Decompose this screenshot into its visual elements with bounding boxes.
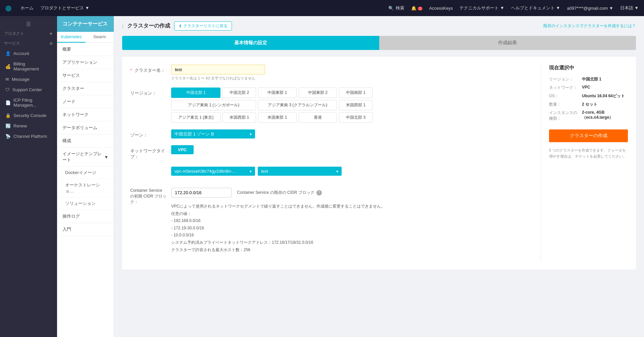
sidebar-item-support[interactable]: 🛡 Support Center [0,85,57,95]
back-label: クラスターリストに戻る [183,23,228,29]
cidr-row: Container Service の初期 CIDR ブロック： Contain… [130,188,533,256]
menu-applications[interactable]: アプリケーション [57,56,114,69]
existing-instance-link[interactable]: 既存のインスタンスでクラスターを作成するには？ [543,23,636,29]
vpc-button[interactable]: VPC [171,145,194,154]
menu-data-volumes[interactable]: データボリューム [57,121,114,134]
back-to-list-button[interactable]: ⬆ クラスターリストに戻る [174,21,232,31]
account-icon: 👤 [5,51,11,56]
region-btn-china-east-1[interactable]: 中国東部 1 [258,88,297,98]
summary-region-key: リージョン： [549,76,579,82]
vpc-select-spacer [130,167,167,169]
menu-overview[interactable]: 概要 [57,43,114,56]
summary-sidebar: 現在選択中 リージョン： 中国北部 1 ネットワーク： VPC OS： Ubun… [541,65,628,262]
region-btn-china-north-3[interactable]: 中国北部 3 [339,112,373,123]
access-keys-nav[interactable]: AccessKeys [429,6,453,11]
sidebar-item-billing[interactable]: 💰 Billing Management [0,59,57,74]
menu-operations-log[interactable]: 操作ログ [57,210,114,223]
region-row: リージョン： 中国北部 1 中国北部 2 中国東部 1 中国東部 2 中国南部 … [130,88,533,123]
help-nav[interactable]: ヘルプとドキュメント ▼ [511,5,560,11]
region-btn-china-north-2[interactable]: 中国北部 2 [222,88,256,98]
cluster-name-label: * クラスター名： [130,65,167,73]
region-btn-china-south-1[interactable]: 中国南部 1 [339,88,373,98]
menu-services[interactable]: サービス [57,69,114,82]
channel-label: Channel Platform [13,134,47,139]
vpc-dropdown[interactable]: vpc-m5esseh3br74gy2d6n8n-… [171,167,255,176]
sidebar-item-renew[interactable]: 🔄 Renew [0,121,57,131]
sub-solutions[interactable]: ソリューション [57,198,114,210]
sub-orchestration[interactable]: オーケストレーショ… [57,179,114,198]
sidebar-item-channel[interactable]: 📡 Channel Platform [0,131,57,142]
language-nav[interactable]: 日本語 ▼ [620,5,639,11]
tech-support-nav[interactable]: テクニカルサポート ▼ [459,5,504,11]
sidebar-services-section[interactable]: サービス ⚙ [0,39,57,48]
zone-label: ゾーン： [130,129,167,138]
menu-introduction[interactable]: 入門 [57,223,114,236]
summary-note: 5 つのクラスターを作成できます。クォータを増やす場合は、チケットを起票してくだ… [549,148,628,159]
cluster-name-row: * クラスター名： クラスター名は 1 〜 63 文字でなければなりません [130,65,533,81]
menu-config[interactable]: 構成 [57,134,114,148]
cidr-help-icon[interactable]: ? [316,190,322,195]
products-nav[interactable]: プロダクトとサービス ▼ [40,5,89,11]
summary-quantity-key: 数量： [549,102,579,107]
logo-icon: ◎ [5,4,11,12]
zone-select[interactable]: 中国北部 1 ゾーン B 中国北部 1 ゾーン A 中国北部 1 ゾーン C [171,129,255,138]
system-reserved: システム予約済みプライベートネットワークアドレス：172.16/17/18/31… [171,239,385,246]
required-mark: * [130,68,132,73]
example-1: - 192.168.0.0/16 [171,217,385,225]
page-header: | クラスターの作成 ⬆ クラスターリストに戻る 既存のインスタンスでクラスター… [122,21,636,31]
message-icon: ✉ [5,77,9,82]
vpc-select-row: vpc-m5esseh3br74gy2d6n8n-… test [130,167,533,181]
summary-os-val: Ubuntu 16.04 64ビット [582,93,625,99]
notification-bell[interactable]: 🔔 1 [411,6,422,11]
summary-row-network: ネットワーク： VPC [549,85,628,91]
example-3: - 10.0.0.0/16 [171,232,385,239]
cidr-label: Container Service の初期 CIDR ブロック： [130,188,167,205]
sub-docker-images[interactable]: Dockerイメージ [57,167,114,179]
cidr-existing-label: Container Service の既存の CIDR ブロック ? [237,190,322,195]
region-btn-us-west-1b[interactable]: 米国西部 1 [222,112,256,123]
breadcrumb-separator: | [122,23,123,29]
search-area[interactable]: 🔍 検索 [388,5,404,11]
zone-control: 中国北部 1 ゾーン B 中国北部 1 ゾーン A 中国北部 1 ゾーン C [171,129,533,138]
menu-nodes[interactable]: ノード [57,95,114,108]
sidebar-item-account[interactable]: 👤 Account [0,48,57,59]
summary-title: 現在選択中 [549,65,628,71]
sidebar-products-section[interactable]: プロダクト ▼ [0,29,57,39]
main-content: | クラスターの作成 ⬆ クラスターリストに戻る 既存のインスタンスでクラスター… [114,16,644,337]
services-toggle-icon: ⚙ [49,41,53,46]
region-btn-china-east-2[interactable]: 中国東部 2 [299,88,337,98]
region-btn-asia-se-3[interactable]: アジア東南 3 (クアラルンプール) [258,100,337,110]
home-nav[interactable]: ホーム [20,5,34,11]
cluster-name-input[interactable] [171,65,265,74]
sidebar-item-security[interactable]: 🔒 Security Console [0,110,57,121]
tab-swarm[interactable]: Swarm [86,32,114,43]
sidebar-toggle[interactable]: ||| [0,19,57,29]
region-btn-asia-se-1[interactable]: アジア東南 1 (シンガポール) [171,100,256,110]
user-menu-nav[interactable]: a097****@gmail.com ▼ [567,6,613,11]
region-btn-china-north-1[interactable]: 中国北部 1 [171,88,220,98]
message-label: Message [12,77,30,82]
form-card: * クラスター名： クラスター名は 1 〜 63 文字でなければなりません リー… [122,57,636,270]
steps-bar: 基本情報の設定 作成結果 [122,36,636,50]
menu-network[interactable]: ネットワーク [57,108,114,121]
subnet-dropdown[interactable]: test [258,167,342,176]
top-navigation: ◎ ホーム プロダクトとサービス ▼ 🔍 検索 🔔 1 AccessKeys テ… [0,0,644,16]
region-btn-us-west-1[interactable]: 米国西部 1 [339,100,373,110]
menu-images-section[interactable]: イメージとテンプレート ▼ [57,148,114,167]
menu-clusters[interactable]: クラスター [57,82,114,95]
summary-row-os: OS： Ubuntu 16.04 64ビット [549,93,628,99]
services-label: サービス [4,41,20,46]
summary-instance-val: 2-core, 4GB（ecs.n4.large） [582,110,628,121]
images-chevron-icon: ▼ [104,155,108,160]
tab-kubernetes[interactable]: Kubernetes [57,32,86,43]
search-label[interactable]: 検索 [396,5,404,11]
page-header-left: | クラスターの作成 ⬆ クラスターリストに戻る [122,21,232,31]
region-btn-asia-ne-1[interactable]: アジア東北 1 (東京) [171,112,220,123]
region-btn-hongkong[interactable]: 香港 [299,112,337,123]
cidr-input[interactable] [171,188,232,198]
sidebar-item-message[interactable]: ✉ Message [0,74,57,85]
summary-row-quantity: 数量： 2 セット [549,102,628,107]
create-cluster-button[interactable]: クラスターの作成 [549,129,628,142]
sidebar-item-icp[interactable]: 📄 ICP Filing Managem... [0,95,57,110]
region-btn-us-east-1[interactable]: 米国東部 1 [258,112,297,123]
